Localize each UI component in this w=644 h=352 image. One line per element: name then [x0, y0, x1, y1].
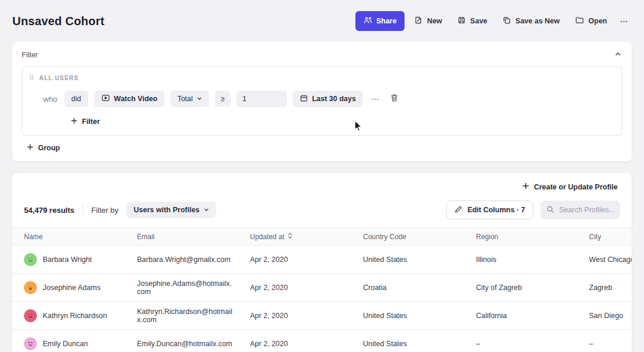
table-row[interactable]: Josephine Adams Josephine.Adams@hotmailx…: [12, 274, 632, 302]
profile-name: Emily Duncan: [43, 340, 88, 348]
delete-condition-button[interactable]: [388, 91, 401, 106]
new-button[interactable]: New: [408, 11, 448, 31]
profile-name: Barbara Wright: [43, 256, 92, 264]
add-filter-button[interactable]: Filter: [71, 118, 100, 126]
profile-region: Illinois: [464, 246, 577, 274]
search-icon: [546, 205, 554, 216]
plus-icon: [27, 144, 33, 152]
collapse-filter-button[interactable]: [614, 49, 622, 60]
plus-icon: [522, 182, 529, 191]
column-header-updated-at[interactable]: Updated at: [238, 228, 351, 246]
share-label: Share: [376, 17, 397, 25]
event-label: Watch Video: [114, 95, 157, 103]
profile-updated-at: Apr 2, 2020: [238, 246, 351, 274]
plus-icon: [71, 118, 77, 126]
column-header-city[interactable]: City: [577, 228, 632, 246]
profiles-table: Name Email Updated at Country Code Regio…: [12, 227, 632, 352]
copy-icon: [502, 16, 511, 26]
date-range-label: Last 30 days: [312, 95, 356, 103]
table-row[interactable]: Kathryn Richardson Kathryn.Richardson@ho…: [12, 302, 632, 330]
chevron-down-icon: [204, 206, 209, 214]
new-label: New: [427, 17, 442, 25]
profile-country-code: Croatia: [351, 274, 464, 302]
avatar: [24, 337, 37, 350]
results-count: 54,479 results: [24, 206, 74, 215]
create-or-update-profile-button[interactable]: Create or Update Profile: [522, 182, 618, 191]
folder-icon: [575, 16, 584, 26]
table-header-row: Name Email Updated at Country Code Regio…: [12, 228, 632, 246]
save-as-new-button[interactable]: Save as New: [496, 11, 566, 31]
cohort-builder-page: Unsaved Cohort Share New Save Save as Ne…: [0, 0, 644, 352]
profile-email: Emily.Duncan@hotmailx.com: [125, 330, 238, 352]
profile-region: California: [464, 302, 577, 330]
top-bar: Unsaved Cohort Share New Save Save as Ne…: [0, 0, 644, 33]
profile-city: Zagreb: [577, 274, 632, 302]
profile-name: Kathryn Richardson: [43, 312, 107, 320]
open-label: Open: [588, 17, 607, 25]
sort-icon: [287, 232, 293, 241]
profile-city: San Diego: [577, 302, 632, 330]
add-group-row: Group: [12, 136, 632, 161]
avatar: [24, 281, 37, 294]
share-icon: [364, 16, 372, 26]
profile-country-code: United States: [351, 330, 464, 352]
new-document-icon: [414, 16, 423, 26]
profile-country-code: United States: [351, 246, 464, 274]
filter-card: Filter ⠿ ALL USERS who did Watch Video: [12, 42, 632, 161]
segment-header: ⠿ ALL USERS: [29, 75, 615, 81]
aggregation-label: Total: [177, 95, 193, 103]
profile-email: Josephine.Adams@hotmailx.com: [125, 274, 238, 302]
more-icon: ⋯: [620, 18, 628, 25]
filter-by-value: Users with Profiles: [133, 206, 200, 214]
save-button[interactable]: Save: [451, 11, 493, 31]
did-label: did: [71, 95, 81, 103]
create-row: Create or Update Profile: [12, 173, 632, 195]
condition-more-button[interactable]: ⋯: [369, 93, 382, 105]
create-or-update-profile-label: Create or Update Profile: [534, 183, 618, 191]
aggregation-selector[interactable]: Total: [170, 91, 209, 107]
toolbar-more-button[interactable]: ⋯: [616, 13, 632, 30]
page-title: Unsaved Cohort: [12, 15, 104, 28]
open-button[interactable]: Open: [569, 11, 613, 31]
profile-city: –: [577, 330, 632, 352]
event-selector[interactable]: Watch Video: [94, 91, 165, 107]
operator-selector[interactable]: ≥: [215, 91, 231, 107]
filter-by-selector[interactable]: Users with Profiles: [126, 202, 216, 218]
save-label: Save: [470, 17, 487, 25]
filter-by-label: Filter by: [91, 206, 118, 215]
share-button[interactable]: Share: [355, 11, 405, 31]
table-row[interactable]: Emily Duncan Emily.Duncan@hotmailx.com A…: [12, 330, 632, 352]
save-icon: [457, 16, 466, 26]
filter-card-title: Filter: [22, 51, 38, 59]
edit-columns-label: Edit Columns · 7: [467, 206, 525, 214]
column-header-region[interactable]: Region: [464, 228, 577, 246]
filter-group-box: ⠿ ALL USERS who did Watch Video Total ≥: [22, 66, 622, 136]
column-header-email[interactable]: Email: [125, 228, 238, 246]
video-icon: [101, 94, 110, 104]
save-as-new-label: Save as New: [515, 17, 560, 25]
add-filter-label: Filter: [82, 118, 100, 126]
add-group-label: Group: [38, 144, 60, 152]
profiles-card: Create or Update Profile 54,479 results …: [12, 173, 632, 352]
calendar-icon: [300, 94, 308, 104]
search-box: [540, 201, 620, 219]
profile-updated-at: Apr 2, 2020: [238, 274, 351, 302]
profile-name: Josephine Adams: [43, 284, 101, 292]
pencil-icon: [454, 205, 463, 215]
column-header-name[interactable]: Name: [12, 228, 125, 246]
edit-columns-button[interactable]: Edit Columns · 7: [446, 201, 533, 219]
add-group-button[interactable]: Group: [27, 144, 60, 152]
avatar: [24, 309, 37, 322]
controls-right: Edit Columns · 7: [446, 201, 620, 219]
profile-updated-at: Apr 2, 2020: [238, 302, 351, 330]
chevron-up-icon: [615, 50, 621, 59]
threshold-input[interactable]: [237, 91, 287, 107]
toolbar: Share New Save Save as New Open ⋯: [355, 11, 632, 31]
filter-condition-row: who did Watch Video Total ≥: [43, 91, 615, 107]
column-header-country-code[interactable]: Country Code: [351, 228, 464, 246]
profile-city: West Chicago: [577, 246, 632, 274]
did-selector[interactable]: did: [64, 91, 88, 107]
table-row[interactable]: Barbara Wright Barbara.Wright@gmailx.com…: [12, 246, 632, 274]
drag-handle-icon[interactable]: ⠿: [29, 75, 34, 81]
date-range-selector[interactable]: Last 30 days: [293, 91, 363, 107]
